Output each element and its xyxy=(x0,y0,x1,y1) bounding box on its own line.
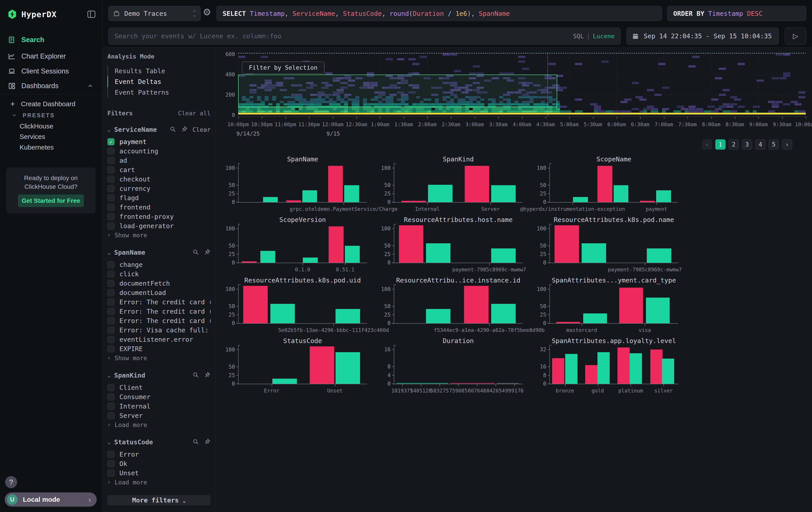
pin-icon[interactable] xyxy=(204,372,210,379)
checkbox[interactable] xyxy=(107,194,115,201)
sidebar-item-clickhouse[interactable]: ClickHouse xyxy=(0,120,102,132)
filter-checkbox-row[interactable]: EXPIRE xyxy=(107,344,210,353)
filter-checkbox-row[interactable]: frontend xyxy=(107,203,210,212)
page-button-3[interactable]: 3 xyxy=(742,139,752,150)
filter-checkbox-row[interactable]: eventListener.error xyxy=(107,335,210,344)
lang-lucene[interactable]: Lucene xyxy=(593,33,614,39)
pin-icon[interactable] xyxy=(181,126,188,133)
page-next-button[interactable]: › xyxy=(782,139,792,150)
filter-checkbox-row[interactable]: Client xyxy=(107,383,210,392)
sidebar-item-dashboards[interactable]: Dashboards xyxy=(0,79,102,93)
sidebar-item-search[interactable]: Search xyxy=(0,33,102,47)
pin-icon[interactable] xyxy=(204,438,210,446)
checkbox[interactable]: ✓ xyxy=(107,138,115,145)
checkbox[interactable] xyxy=(107,298,115,306)
collapse-sidebar-icon[interactable] xyxy=(87,10,96,18)
filter-checkbox-row[interactable]: frontend-proxy xyxy=(107,212,210,221)
sidebar-item-chart-explorer[interactable]: Chart Explorer xyxy=(0,49,102,63)
filter-checkbox-row[interactable]: Server xyxy=(107,411,210,420)
filter-checkbox-row[interactable]: accounting xyxy=(107,146,210,156)
help-button[interactable]: ? xyxy=(5,476,17,488)
select-query-input[interactable]: SELECT Timestamp, ServiceName, StatusCod… xyxy=(216,6,662,21)
filter-checkbox-row[interactable]: Error xyxy=(107,450,210,459)
filter-checkbox-row[interactable]: change xyxy=(107,260,210,269)
page-prev-button[interactable]: ‹ xyxy=(702,139,712,150)
filter-checkbox-row[interactable]: Unset xyxy=(107,468,210,478)
show-more-link[interactable]: ›Show more xyxy=(107,231,210,240)
checkbox[interactable] xyxy=(107,185,115,192)
filter-checkbox-row[interactable]: Error: The credit card (… xyxy=(107,316,210,325)
lang-sql[interactable]: SQL xyxy=(573,33,584,39)
filter-checkbox-row[interactable]: checkout xyxy=(107,174,210,184)
selection-box[interactable] xyxy=(238,75,557,108)
get-started-button[interactable]: Get Started for Free xyxy=(18,194,84,207)
search-icon[interactable] xyxy=(192,249,199,256)
create-dashboard-button[interactable]: Create Dashboard xyxy=(0,99,102,110)
facet-clear-button[interactable]: Clear xyxy=(193,126,210,133)
sidebar-item-client-sessions[interactable]: Client Sessions xyxy=(0,64,102,78)
facet-header-spankind[interactable]: ⌄SpanKind xyxy=(107,371,210,380)
page-button-5[interactable]: 5 xyxy=(768,139,779,150)
checkbox[interactable] xyxy=(107,469,115,477)
show-more-link[interactable]: ›Load more xyxy=(107,478,210,487)
show-more-link[interactable]: ›Show more xyxy=(107,353,210,362)
checkbox[interactable] xyxy=(107,384,115,391)
run-query-button[interactable]: ▷ xyxy=(785,28,806,45)
source-select[interactable]: Demo Traces ⌃⌃ xyxy=(109,6,201,21)
facet-header-statuscode[interactable]: ⌄StatusCode xyxy=(107,437,210,447)
filter-checkbox-row[interactable]: flagd xyxy=(107,193,210,203)
checkbox[interactable] xyxy=(107,451,115,458)
checkbox[interactable] xyxy=(107,308,115,315)
filter-checkbox-row[interactable]: click xyxy=(107,269,210,279)
checkbox[interactable] xyxy=(107,280,115,287)
checkbox[interactable] xyxy=(107,157,115,164)
checkbox[interactable] xyxy=(107,204,115,211)
page-button-4[interactable]: 4 xyxy=(755,139,765,150)
search-icon[interactable] xyxy=(192,438,199,446)
filter-checkbox-row[interactable]: documentLoad xyxy=(107,288,210,297)
checkbox[interactable] xyxy=(107,166,115,173)
checkbox[interactable] xyxy=(107,176,115,183)
analysis-mode-item-event-deltas[interactable]: Event Deltas xyxy=(107,76,210,87)
facet-header-servicename[interactable]: ⌄ServiceNameClear xyxy=(107,125,210,134)
page-button-2[interactable]: 2 xyxy=(729,139,739,150)
page-button-1[interactable]: 1 xyxy=(715,139,726,150)
pin-icon[interactable] xyxy=(204,249,210,256)
checkbox[interactable] xyxy=(107,289,115,296)
search-input[interactable]: Search your events w/ Lucene ex. column:… xyxy=(109,28,620,45)
clear-all-button[interactable]: Clear all xyxy=(178,110,210,117)
checkbox[interactable] xyxy=(107,412,115,419)
checkbox[interactable] xyxy=(107,317,115,324)
filter-checkbox-row[interactable]: Error: The credit card (… xyxy=(107,297,210,307)
checkbox[interactable] xyxy=(107,393,115,401)
sidebar-item-services[interactable]: Services xyxy=(0,131,102,142)
checkbox[interactable] xyxy=(107,327,115,334)
checkbox[interactable] xyxy=(107,403,115,410)
analysis-mode-item-event-patterns[interactable]: Event Patterns xyxy=(107,87,210,98)
checkbox[interactable] xyxy=(107,460,115,467)
gear-icon[interactable]: ⚙ xyxy=(203,7,211,18)
local-mode-pill[interactable]: U Local mode › xyxy=(5,492,97,507)
order-by-input[interactable]: ORDER BY Timestamp DESC xyxy=(667,6,806,21)
filter-by-selection-button[interactable]: Filter by Selection xyxy=(242,62,324,74)
filter-checkbox-row[interactable]: ✓payment xyxy=(107,137,210,146)
search-icon[interactable] xyxy=(169,126,176,133)
facet-header-spanname[interactable]: ⌄SpanName xyxy=(107,247,210,257)
filter-checkbox-row[interactable]: Error: Visa cache full: … xyxy=(107,325,210,335)
checkbox[interactable] xyxy=(107,336,115,343)
analysis-mode-item-results-table[interactable]: Results Table xyxy=(107,66,210,76)
filter-checkbox-row[interactable]: Ok xyxy=(107,459,210,468)
filter-checkbox-row[interactable]: Error: The credit card (… xyxy=(107,307,210,316)
checkbox[interactable] xyxy=(107,270,115,277)
checkbox[interactable] xyxy=(107,222,115,230)
query-language-toggle[interactable]: SQL|Lucene xyxy=(573,33,620,39)
checkbox[interactable] xyxy=(107,261,115,268)
show-more-link[interactable]: ›Load more xyxy=(107,420,210,429)
date-range-picker[interactable]: Sep 14 22:04:35 - Sep 15 10:04:35 xyxy=(627,28,779,45)
filter-checkbox-row[interactable]: currency xyxy=(107,184,210,193)
checkbox[interactable] xyxy=(107,213,115,220)
filter-checkbox-row[interactable]: cart xyxy=(107,165,210,174)
filter-checkbox-row[interactable]: Internal xyxy=(107,402,210,411)
filter-checkbox-row[interactable]: Consumer xyxy=(107,392,210,402)
more-filters-button[interactable]: More filters ⌄ xyxy=(107,495,210,505)
